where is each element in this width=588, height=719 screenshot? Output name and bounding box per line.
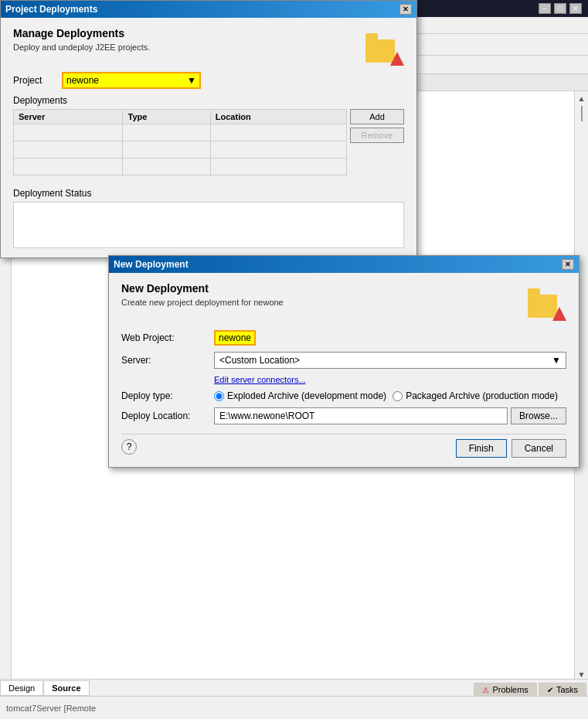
radio-exploded-label: Exploded Archive (development mode): [227, 390, 386, 401]
scroll-down-indicator: ▼: [578, 670, 586, 679]
col-type: Type: [123, 110, 210, 124]
project-deploy-title: Project Deployments: [5, 4, 97, 15]
deployment-status-label: Deployment Status: [13, 188, 404, 199]
server-label: Server:: [121, 355, 214, 366]
new-deploy-title-bar: New Deployment ✕: [109, 256, 579, 273]
server-select[interactable]: <Custom Location> ▼: [214, 352, 566, 369]
server-dropdown-arrow-icon: ▼: [552, 355, 561, 366]
add-button[interactable]: Add: [350, 109, 404, 124]
bottom-tab-bar: Design Source ⚠ Problems ✔ Tasks: [0, 680, 588, 697]
project-select[interactable]: newone ▼: [62, 72, 201, 89]
project-deploy-header: Manage Deployments Deploy and undeploy J…: [13, 27, 404, 66]
radio-packaged-label: Packaged Archive (production mode): [406, 390, 558, 401]
cell-server-1: [14, 124, 123, 141]
minimize-button[interactable]: ─: [539, 3, 551, 14]
cell-type-2: [123, 141, 210, 158]
deploy-location-row: Deploy Location: Browse...: [121, 407, 566, 424]
deploy-type-label: Deploy type:: [121, 390, 214, 401]
project-deploy-title-bar: Project Deployments ✕: [1, 1, 416, 18]
table-row-2[interactable]: [14, 141, 347, 158]
deploy-location-label: Deploy Location:: [121, 411, 214, 421]
tab-design[interactable]: Design: [0, 680, 43, 696]
deploy-location-input[interactable]: [214, 407, 508, 424]
col-location: Location: [210, 110, 346, 124]
new-deployment-dialog[interactable]: New Deployment ✕ New Deployment Create n…: [108, 255, 580, 468]
project-row: Project newone ▼: [13, 72, 404, 89]
server-status: tomcat7Server [Remote: [6, 704, 96, 713]
server-select-value: <Custom Location>: [219, 355, 300, 366]
cell-location-1: [210, 124, 346, 141]
bottom-content: tomcat7Server [Remote: [0, 697, 588, 719]
new-deploy-content: New Deployment Create new project deploy…: [109, 273, 579, 467]
scroll-indicator: ▲: [578, 94, 586, 103]
web-project-value: newone: [214, 330, 256, 346]
cell-location-2: [210, 141, 346, 158]
remove-button[interactable]: Remove: [350, 128, 404, 143]
project-deploy-heading: Manage Deployments: [13, 27, 150, 39]
bottom-tabs-area: Design Source ⚠ Problems ✔ Tasks tomcat7…: [0, 679, 588, 719]
new-deploy-folder-icon: [528, 295, 557, 318]
project-deploy-subtitle: Deploy and undeploy J2EE projects.: [13, 43, 150, 52]
web-project-label: Web Project:: [121, 332, 214, 343]
dropdown-arrow-icon: ▼: [187, 75, 196, 86]
tab-tasks[interactable]: ✔ Tasks: [539, 683, 586, 696]
new-deploy-footer: ? Finish Cancel: [121, 434, 566, 458]
new-deploy-close[interactable]: ✕: [562, 259, 574, 270]
project-deploy-content: Manage Deployments Deploy and undeploy J…: [1, 18, 416, 257]
deploy-type-row: Deploy type: Exploded Archive (developme…: [121, 390, 566, 401]
scrollbar-thumb[interactable]: [581, 106, 583, 121]
server-row: Server: <Custom Location> ▼: [121, 352, 566, 369]
tab-problems[interactable]: ⚠ Problems: [474, 683, 536, 696]
project-deployments-dialog[interactable]: Project Deployments ✕ Manage Deployments…: [0, 0, 417, 258]
new-deploy-title: New Deployment: [114, 259, 189, 270]
cell-type-1: [123, 124, 210, 141]
new-deploy-subtitle: Create new project deployment for newone: [121, 298, 284, 307]
window-controls: ─ □ ✕: [539, 3, 582, 14]
finish-button[interactable]: Finish: [456, 439, 507, 458]
table-row-1[interactable]: [14, 124, 347, 141]
cell-type-3: [123, 158, 210, 175]
col-server: Server: [14, 110, 123, 124]
new-deploy-header: New Deployment Create new project deploy…: [121, 282, 566, 321]
table-action-buttons: Add Remove: [350, 109, 404, 182]
deployments-table-area: Server Type Location: [13, 109, 404, 182]
tab-source[interactable]: Source: [43, 680, 89, 696]
project-label: Project: [13, 75, 56, 86]
new-deploy-header-text: New Deployment Create new project deploy…: [121, 282, 284, 307]
new-deploy-heading: New Deployment: [121, 282, 284, 295]
project-select-value: newone: [66, 75, 99, 86]
help-icon[interactable]: ?: [121, 439, 137, 455]
deploy-folder-icon: [365, 39, 395, 63]
deployments-section-label: Deployments: [13, 95, 404, 106]
project-deploy-controls: ✕: [399, 4, 412, 15]
web-project-row: Web Project: newone: [121, 330, 566, 346]
deployments-table: Server Type Location: [13, 109, 347, 175]
close-button[interactable]: ✕: [569, 3, 582, 14]
project-deploy-header-text: Manage Deployments Deploy and undeploy J…: [13, 27, 150, 52]
project-deploy-close[interactable]: ✕: [399, 4, 412, 15]
radio-packaged[interactable]: [393, 391, 403, 401]
browse-button[interactable]: Browse...: [511, 407, 566, 424]
deployment-status-section: Deployment Status: [13, 188, 404, 248]
edit-connectors-link[interactable]: Edit server connectors...: [214, 375, 566, 384]
cell-server-3: [14, 158, 123, 175]
new-deploy-controls: ✕: [562, 259, 574, 270]
cell-server-2: [14, 141, 123, 158]
deploy-icon: [365, 27, 404, 66]
table-row-3[interactable]: [14, 158, 347, 175]
deployment-status-area: [13, 202, 404, 248]
cell-location-3: [210, 158, 346, 175]
cancel-button[interactable]: Cancel: [512, 439, 566, 458]
maximize-button[interactable]: □: [554, 3, 566, 14]
radio-exploded[interactable]: [214, 391, 224, 401]
new-deploy-icon: [528, 282, 566, 321]
